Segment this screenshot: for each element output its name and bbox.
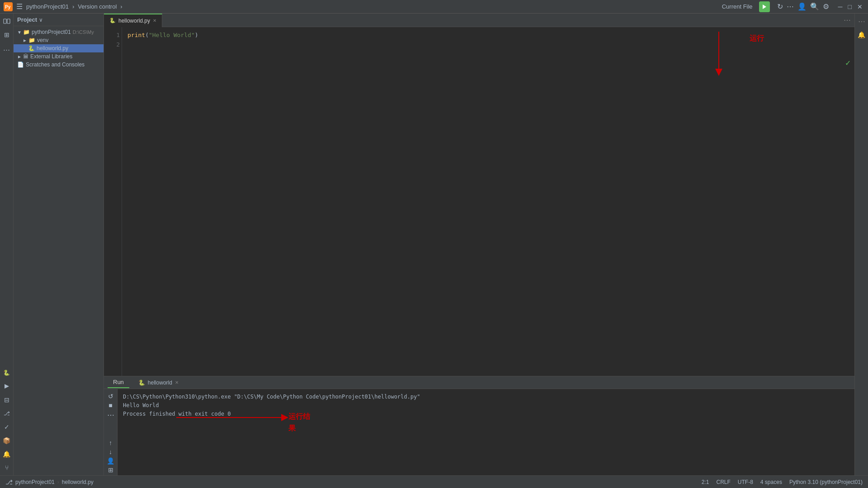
main-area: ⊞ … 🐍 ⊟ ⎇ ✓ 📦 🔔 ⑂ Project ∨ ▼ 📁 pythonPr… — [0, 14, 868, 475]
status-left: ⎇ pythonProject01 › helloworld.py — [5, 479, 94, 486]
folder-icon: 📁 — [23, 29, 30, 35]
tree-item-external-libs[interactable]: ► 🏛 External Libraries — [14, 52, 104, 61]
project-dropdown-icon[interactable]: ∨ — [39, 17, 43, 23]
bottom-content: ↺ ■ ⋯ ↑ ↓ 👤 ⊞ D:\CS\Python\Python310\pyt… — [104, 389, 854, 475]
tab-helloworld[interactable]: 🐍 helloworld.py ✕ — [104, 14, 162, 27]
tabs-bar: 🐍 helloworld.py ✕ ⋯ — [104, 14, 854, 27]
app-logo: Py — [4, 2, 13, 11]
version-control-menu[interactable]: Version control — [78, 3, 117, 10]
title-bar: Py ☰ pythonProject01 › Version control ›… — [0, 0, 868, 14]
account-icon[interactable]: 👤 — [797, 2, 807, 11]
bottom-panel: Run 🐍 helloworld ✕ ↺ ■ ⋯ ↑ ↓ 👤 ⊞ — [104, 376, 854, 475]
settings-terminal-icon[interactable]: 👤 — [107, 457, 114, 465]
maximize-button[interactable]: □ — [848, 3, 852, 10]
right-bell-icon[interactable]: 🔔 — [856, 29, 868, 41]
svg-text:Py: Py — [5, 5, 11, 9]
svg-rect-4 — [7, 19, 10, 23]
result-annotation-label: 运行结果 — [288, 411, 312, 434]
svg-marker-2 — [763, 5, 766, 9]
status-separator: › — [57, 479, 59, 485]
run-file-icon: 🐍 — [138, 380, 145, 386]
scratches-icon: 📄 — [17, 61, 24, 68]
close-button[interactable]: ✕ — [857, 3, 863, 10]
status-bar: ⎇ pythonProject01 › helloworld.py 2:1 CR… — [0, 475, 868, 488]
tree-item-venv[interactable]: ► 📁 venv — [14, 36, 104, 44]
package-icon[interactable]: 📦 — [1, 435, 13, 446]
run-button[interactable] — [759, 1, 770, 12]
external-libs-icon: 🏛 — [23, 53, 28, 60]
run-tab-close[interactable]: ✕ — [175, 380, 179, 385]
tabs-more-icon[interactable]: ⋯ — [844, 16, 851, 24]
settings-icon[interactable]: ⚙ — [823, 2, 829, 11]
update-icon[interactable]: ↻ — [777, 2, 783, 11]
python-file-icon: 🐍 — [28, 45, 35, 52]
git-icon[interactable]: ⎇ — [1, 408, 13, 419]
right-sidebar: ⋯ 🔔 — [854, 14, 868, 475]
search-icon[interactable]: 🔍 — [810, 2, 819, 11]
status-python[interactable]: Python 3.10 (pythonProject01) — [789, 479, 863, 485]
tree-item-project[interactable]: ▼ 📁 pythonProject01 D:\CS\My — [14, 28, 104, 36]
tab-label: helloworld.py — [118, 18, 150, 24]
scroll-down-icon[interactable]: ↓ — [109, 448, 112, 455]
status-right: 2:1 CRLF UTF-8 4 spaces Python 3.10 (pyt… — [702, 479, 863, 485]
project-header: Project ∨ — [14, 14, 104, 26]
venv-folder-icon: 📁 — [28, 37, 35, 43]
editor-checkmark: ✓ — [845, 59, 851, 67]
code-content[interactable]: print("Hello World") — [122, 27, 854, 376]
svg-rect-3 — [4, 19, 6, 23]
result-annotation: 运行结果 — [176, 406, 312, 432]
line-num-1: 1 — [104, 31, 120, 40]
structure-icon[interactable]: ⊞ — [1, 29, 13, 41]
branch-icon[interactable]: ⑂ — [1, 462, 13, 474]
more-tools-icon[interactable]: … — [1, 42, 13, 54]
hamburger-menu[interactable]: ☰ — [16, 2, 23, 11]
todo-icon[interactable]: ✓ — [1, 421, 13, 433]
notification-icon[interactable]: 🔔 — [1, 448, 13, 460]
stop-icon[interactable]: ■ — [108, 402, 112, 409]
tab-python-icon: 🐍 — [109, 18, 116, 23]
run-annotation-label: 运行 — [750, 34, 764, 43]
svg-marker-5 — [5, 384, 9, 389]
status-line-col[interactable]: 2:1 — [702, 479, 709, 485]
line-numbers: 1 2 — [104, 27, 122, 376]
minimize-button[interactable]: ─ — [838, 3, 843, 10]
project-name-title[interactable]: pythonProject01 — [26, 3, 69, 10]
status-vcs-icon: ⎇ — [5, 479, 13, 486]
bottom-toolbar: ↺ ■ ⋯ ↑ ↓ 👤 ⊞ — [104, 389, 118, 475]
code-editor[interactable]: 1 2 print("Hello World") ✓ 运行 — [104, 27, 854, 376]
run-sidebar-icon[interactable] — [1, 380, 13, 392]
scroll-up-icon[interactable]: ↑ — [109, 439, 112, 446]
run-tab[interactable]: Run — [108, 377, 129, 388]
terminal-output[interactable]: D:\CS\Python\Python310\python.exe "D:\CS… — [118, 389, 854, 475]
python-console-icon[interactable]: 🐍 — [1, 367, 13, 379]
tree-item-helloworld[interactable]: 🐍 helloworld.py — [14, 44, 104, 52]
run-tab-file[interactable]: 🐍 helloworld ✕ — [133, 378, 184, 388]
tree-item-scratches[interactable]: 📄 Scratches and Consoles — [14, 61, 104, 69]
terminal-line-1: D:\CS\Python\Python310\python.exe "D:\CS… — [123, 393, 849, 401]
current-file-dropdown[interactable]: Current File — [722, 3, 753, 10]
status-crlf[interactable]: CRLF — [717, 479, 731, 485]
right-more-icon[interactable]: ⋯ — [856, 15, 868, 27]
layers-icon[interactable]: ⊟ — [1, 394, 13, 406]
project-panel: Project ∨ ▼ 📁 pythonProject01 D:\CS\My ►… — [14, 14, 104, 475]
status-file[interactable]: helloworld.py — [62, 479, 94, 485]
terminal-settings2-icon[interactable]: ⊞ — [108, 466, 113, 474]
project-label: Project — [17, 16, 37, 23]
terminal-more-icon[interactable]: ⋯ — [107, 411, 114, 419]
project-icon[interactable] — [1, 15, 13, 27]
editor-container: 🐍 helloworld.py ✕ ⋯ 1 2 print("Hello Wor… — [104, 14, 854, 475]
status-indent[interactable]: 4 spaces — [760, 479, 782, 485]
run-tabs-bar: Run 🐍 helloworld ✕ — [104, 376, 854, 389]
tab-actions[interactable]: ⋯ — [844, 16, 854, 24]
left-sidebar: ⊞ … 🐍 ⊟ ⎇ ✓ 📦 🔔 ⑂ — [0, 14, 14, 475]
restart-icon[interactable]: ↺ — [108, 393, 113, 400]
tab-close-icon[interactable]: ✕ — [153, 18, 156, 23]
line-num-2: 2 — [104, 40, 120, 50]
status-project[interactable]: pythonProject01 — [15, 479, 55, 485]
status-encoding[interactable]: UTF-8 — [738, 479, 753, 485]
more-icon[interactable]: ⋯ — [787, 2, 794, 11]
project-tree: ▼ 📁 pythonProject01 D:\CS\My ► 📁 venv 🐍 … — [14, 26, 104, 475]
